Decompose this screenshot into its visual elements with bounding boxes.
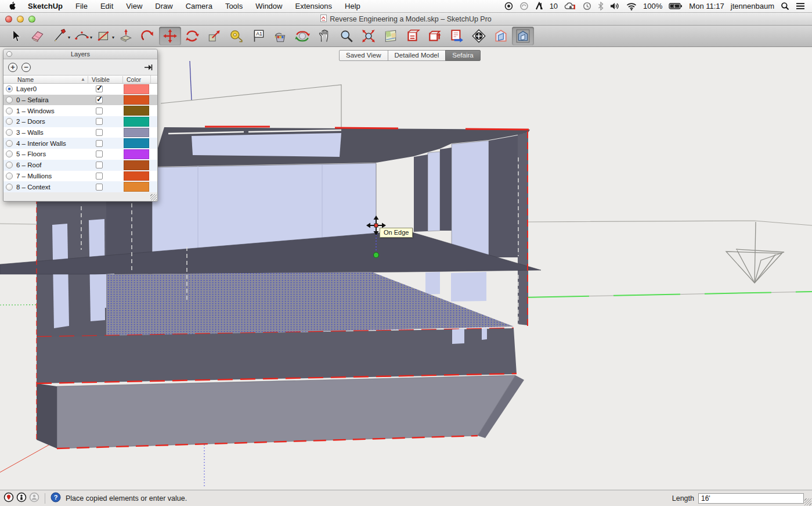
menu-item[interactable]: Window bbox=[249, 0, 288, 12]
column-color[interactable]: Color bbox=[122, 76, 150, 83]
layers-table-header[interactable]: Name▲ Visible Color bbox=[3, 75, 157, 84]
panel-resize-grip[interactable] bbox=[150, 194, 157, 200]
record-icon[interactable] bbox=[504, 2, 513, 10]
zoom-extents-tool-button[interactable] bbox=[358, 27, 380, 45]
active-layer-radio[interactable] bbox=[6, 140, 13, 147]
eraser-tool-button[interactable] bbox=[27, 27, 49, 45]
sefaira-panel-tool-button[interactable] bbox=[512, 27, 534, 45]
menu-item[interactable]: Edit bbox=[94, 0, 120, 12]
tape-measure-tool-button[interactable] bbox=[225, 27, 247, 45]
layer-row[interactable]: 8 – Context bbox=[3, 181, 157, 192]
move-tool-button[interactable] bbox=[159, 27, 181, 45]
layer-color-swatch[interactable] bbox=[124, 128, 149, 138]
layer-row[interactable]: Layer0 bbox=[3, 84, 157, 95]
active-layer-radio[interactable] bbox=[6, 129, 13, 136]
scale-tool-button[interactable] bbox=[203, 27, 225, 45]
battery-icon[interactable] bbox=[669, 2, 683, 10]
active-layer-radio[interactable] bbox=[6, 173, 13, 180]
active-layer-radio[interactable] bbox=[6, 150, 13, 157]
layer-row[interactable]: 4 – Interior Walls bbox=[3, 138, 157, 149]
panel-close-button[interactable] bbox=[6, 51, 12, 57]
select-tool-button[interactable] bbox=[5, 27, 27, 45]
text-tool-button[interactable]: A1 bbox=[247, 27, 269, 45]
position-camera-tool-button[interactable]: + bbox=[468, 27, 490, 45]
add-location-tool-button[interactable] bbox=[380, 27, 402, 45]
menu-item[interactable]: Help bbox=[338, 0, 367, 12]
layer-visible-checkbox[interactable] bbox=[96, 162, 103, 168]
layer-row[interactable]: 0 – Sefaira bbox=[3, 95, 157, 106]
layer-row[interactable]: 5 – Floors bbox=[3, 149, 157, 160]
menubar-user[interactable]: jtennenbaum bbox=[731, 2, 774, 10]
model-viewport[interactable]: Saved ViewDetailed ModelSefaira On Edge … bbox=[0, 47, 812, 490]
menubar-clock[interactable]: Mon 11:17 bbox=[689, 2, 724, 10]
bluetooth-icon[interactable] bbox=[598, 2, 604, 10]
follow-me-tool-button[interactable] bbox=[137, 27, 159, 45]
arc-tool-button[interactable]: ▾ bbox=[71, 27, 93, 45]
menu-item[interactable]: SketchUp bbox=[21, 0, 69, 12]
scene-tab[interactable]: Sefaira bbox=[445, 50, 480, 61]
paint-bucket-tool-button[interactable] bbox=[269, 27, 291, 45]
layer-color-swatch[interactable] bbox=[124, 84, 149, 94]
column-name[interactable]: Name bbox=[17, 76, 34, 83]
layer-visible-checkbox[interactable] bbox=[96, 173, 103, 180]
layers-panel-titlebar[interactable]: Layers bbox=[3, 49, 157, 59]
geolocation-status-icon[interactable] bbox=[3, 492, 14, 504]
active-layer-radio[interactable] bbox=[6, 184, 13, 191]
layer-visible-checkbox[interactable] bbox=[96, 184, 103, 191]
active-layer-radio[interactable] bbox=[6, 118, 13, 125]
line-tool-caret[interactable]: ▾ bbox=[68, 35, 70, 40]
active-layer-radio[interactable] bbox=[6, 96, 13, 103]
window-resize-grip[interactable] bbox=[804, 498, 811, 505]
share-model-tool-button[interactable] bbox=[424, 27, 446, 45]
column-visible[interactable]: Visible bbox=[88, 76, 122, 83]
layer-row[interactable]: 7 – Mullions bbox=[3, 171, 157, 182]
layer-color-swatch[interactable] bbox=[124, 149, 149, 159]
backup-cloud-icon[interactable] bbox=[564, 2, 576, 10]
credits-attribution-icon[interactable] bbox=[16, 492, 27, 504]
arc-tool-caret[interactable]: ▾ bbox=[90, 35, 92, 40]
sign-in-icon[interactable] bbox=[29, 492, 39, 504]
layer-visible-checkbox[interactable] bbox=[96, 150, 103, 157]
rectangle-tool-caret[interactable]: ▾ bbox=[112, 35, 114, 40]
help-icon[interactable]: ? bbox=[50, 492, 61, 504]
layer-visible-checkbox[interactable] bbox=[96, 96, 103, 103]
pan-tool-button[interactable] bbox=[313, 27, 335, 45]
zoom-tool-button[interactable] bbox=[335, 27, 358, 45]
send-to-layout-tool-button[interactable] bbox=[446, 27, 468, 45]
layer-visible-checkbox[interactable] bbox=[96, 107, 103, 114]
spotlight-icon[interactable] bbox=[781, 2, 789, 10]
layer-color-swatch[interactable] bbox=[124, 95, 149, 105]
get-models-tool-button[interactable] bbox=[402, 27, 424, 45]
active-layer-radio[interactable] bbox=[6, 85, 13, 92]
layer-color-swatch[interactable] bbox=[124, 171, 149, 181]
layer-visible-checkbox[interactable] bbox=[96, 140, 103, 147]
layer-row[interactable]: 2 – Doors bbox=[3, 116, 157, 127]
menu-item[interactable]: View bbox=[120, 0, 149, 12]
layer-visible-checkbox[interactable] bbox=[96, 85, 103, 92]
layer-color-swatch[interactable] bbox=[124, 160, 149, 170]
orbit-tool-button[interactable] bbox=[291, 27, 313, 45]
layer-row[interactable]: 6 – Roof bbox=[3, 160, 157, 171]
line-tool-button[interactable]: ▾ bbox=[49, 27, 71, 45]
creative-cloud-icon[interactable] bbox=[519, 2, 529, 10]
scene-tab[interactable]: Detailed Model bbox=[388, 50, 446, 61]
layer-options-button[interactable] bbox=[143, 63, 153, 71]
layer-row[interactable]: 1 – Windows bbox=[3, 105, 157, 116]
layer-visible-checkbox[interactable] bbox=[96, 129, 103, 136]
time-machine-icon[interactable] bbox=[583, 2, 591, 10]
layer-color-swatch[interactable] bbox=[124, 138, 149, 148]
active-layer-radio[interactable] bbox=[6, 107, 13, 114]
layer-color-swatch[interactable] bbox=[124, 117, 149, 127]
apple-menu-icon[interactable] bbox=[8, 1, 17, 11]
section-plane-tool-button[interactable] bbox=[490, 27, 512, 45]
window-titlebar[interactable]: Reverse Engineering a Model.skp – Sketch… bbox=[0, 13, 812, 26]
rectangle-tool-button[interactable]: ▾ bbox=[93, 27, 115, 45]
menu-item[interactable]: Tools bbox=[219, 0, 249, 12]
length-input[interactable] bbox=[698, 493, 804, 504]
menu-item[interactable]: Extensions bbox=[288, 0, 338, 12]
layer-visible-checkbox[interactable] bbox=[96, 118, 103, 125]
menu-item[interactable]: Camera bbox=[179, 0, 219, 12]
rotate-tool-button[interactable] bbox=[181, 27, 203, 45]
remove-layer-button[interactable]: − bbox=[21, 63, 31, 72]
layer-row[interactable]: 3 – Walls bbox=[3, 127, 157, 138]
